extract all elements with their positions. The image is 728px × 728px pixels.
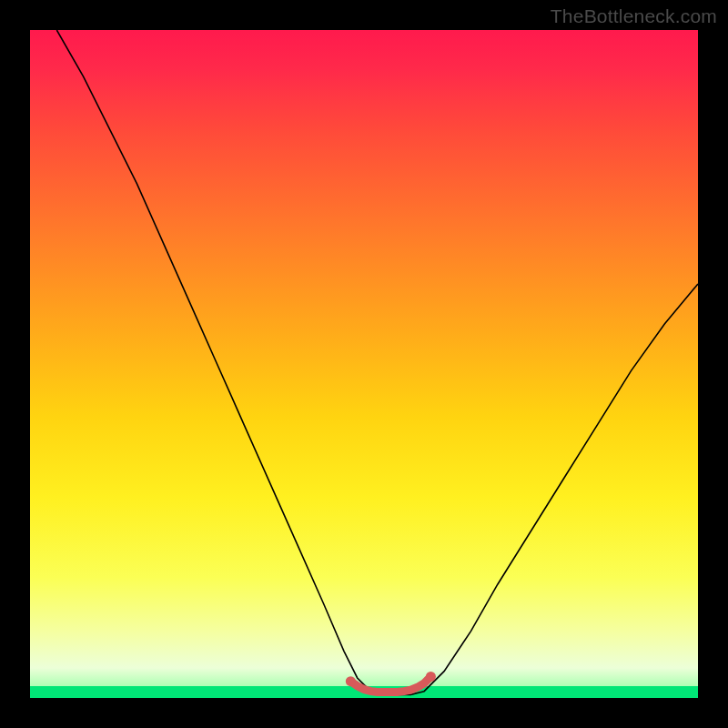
curve-layer: [30, 30, 698, 698]
watermark-text: TheBottleneck.com: [551, 5, 717, 27]
plot-area: [30, 30, 698, 698]
bottleneck-curve: [56, 30, 698, 694]
bottom-marker-dot-left: [346, 676, 356, 686]
bottom-marker-line: [350, 677, 430, 693]
bottom-marker-dot-right: [426, 672, 436, 682]
